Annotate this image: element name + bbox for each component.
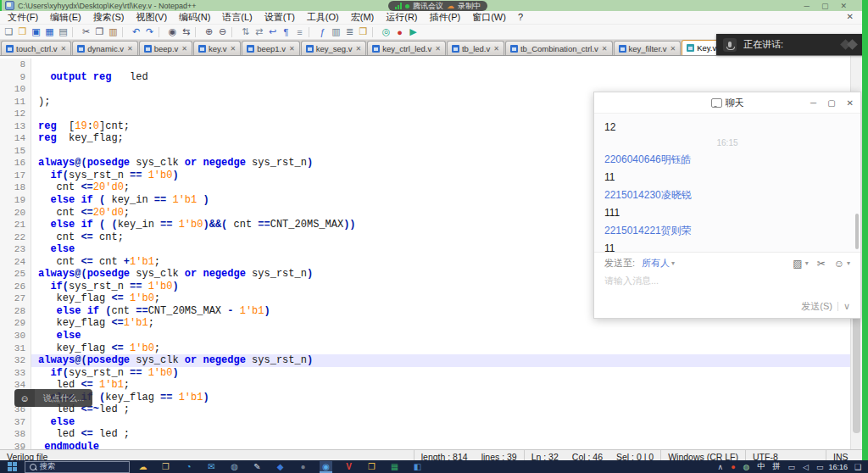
tab-tb_led.v[interactable]: tb_led.v✕ — [447, 41, 504, 55]
shield-app-taskbar-icon[interactable]: ◆ — [274, 461, 287, 473]
vl-app-taskbar-icon[interactable]: V — [342, 461, 355, 473]
copy-icon[interactable]: ❐ — [93, 26, 106, 38]
menu-item-2[interactable]: 搜索(S) — [87, 12, 131, 22]
volume-icon[interactable]: ◁ — [803, 463, 809, 471]
folder-app-taskbar-icon[interactable]: ❒ — [365, 461, 378, 473]
tab-beep.v[interactable]: beep.v✕ — [139, 41, 192, 55]
weather-widget-taskbar-icon[interactable]: ☁ — [136, 461, 149, 473]
play-macro-icon[interactable]: ▶ — [407, 26, 420, 38]
maximize-button[interactable]: ▢ — [821, 2, 829, 10]
taskbar-search[interactable]: 搜索 — [25, 461, 130, 473]
chat-titlebar[interactable]: 聊天 ─ ▢ ✕ — [594, 92, 860, 114]
word-wrap-icon[interactable]: ↩ — [266, 26, 279, 38]
menu-item-7[interactable]: 工具(O) — [301, 12, 345, 22]
mic-icon[interactable]: ◍ — [743, 463, 750, 471]
file-transfer-icon-caret[interactable]: ▾ — [805, 259, 809, 267]
doc-list-icon[interactable]: ≣ — [343, 26, 356, 38]
notification-icon[interactable]: ❑ — [854, 463, 861, 471]
close-button[interactable]: ✕ — [840, 2, 847, 10]
tab-key_filter.v[interactable]: key_filter.v✕ — [614, 41, 682, 55]
menu-item-9[interactable]: 运行(R) — [380, 12, 423, 22]
new-file-icon[interactable]: ❏ — [3, 26, 15, 38]
tab-key.v[interactable]: key.v✕ — [193, 41, 241, 55]
replace-icon[interactable]: ⇆ — [180, 26, 192, 38]
menu-item-11[interactable]: 窗口(W) — [466, 12, 512, 22]
print-icon[interactable]: ▤ — [57, 26, 70, 38]
save-file-icon[interactable]: ▣ — [30, 26, 42, 38]
menu-item-12[interactable]: ? — [512, 12, 529, 22]
send-options-caret-icon[interactable]: ∨ — [843, 301, 850, 312]
folder-workspace-icon[interactable]: ❒ — [357, 26, 370, 38]
sync-vertical-icon[interactable]: ⇅ — [239, 26, 252, 38]
menu-item-5[interactable]: 语言(L) — [216, 12, 258, 22]
close-tab-icon[interactable]: ✕ — [288, 45, 295, 53]
emoji-icon[interactable]: ☺ — [14, 389, 35, 407]
close-tab-icon[interactable]: ✕ — [354, 45, 361, 53]
monitoring-icon[interactable]: ◎ — [380, 26, 392, 38]
taskbar-clock[interactable]: 16:16 — [828, 463, 848, 471]
menu-item-0[interactable]: 文件(F) — [2, 12, 44, 22]
close-tab-icon[interactable]: ✕ — [601, 45, 608, 53]
sphere-app-taskbar-icon[interactable]: ● — [297, 461, 309, 473]
record-macro-icon[interactable]: ● — [393, 26, 406, 38]
tab-beep1.v[interactable]: beep1.v✕ — [242, 41, 300, 55]
chat-message-list[interactable]: 1216:152206040646明钰皓112215014230凌晓锐11122… — [594, 114, 860, 252]
close-tab-icon[interactable]: ✕ — [181, 45, 187, 53]
open-folder-icon[interactable]: ❒ — [16, 26, 29, 38]
mention-icon-caret[interactable]: ▾ — [847, 259, 850, 267]
meeting-status-pill[interactable]: 腾讯会议 ☁ 录制中 — [388, 1, 487, 11]
show-all-chars-icon[interactable]: ¶ — [280, 26, 292, 38]
tab-tb_Combination_ctrl.v[interactable]: tb_Combination_ctrl.v✕ — [505, 41, 613, 55]
chat-maximize-button[interactable]: ▢ — [827, 98, 835, 108]
chevron-up-icon[interactable]: ∧ — [718, 463, 724, 471]
chat-input[interactable]: 请输入消息... — [604, 270, 850, 300]
file-transfer-icon[interactable]: ▨ — [793, 258, 802, 270]
redo-icon[interactable]: ↷ — [143, 26, 156, 38]
save-all-icon[interactable]: ▦ — [43, 26, 56, 38]
close-tab-icon[interactable]: ✕ — [492, 45, 499, 53]
mention-icon[interactable]: ☺ — [834, 258, 844, 270]
menu-item-8[interactable]: 宏(M) — [345, 12, 381, 22]
battery-icon[interactable]: ▭ — [816, 463, 824, 471]
screenshot-icon[interactable]: ✂ — [817, 258, 826, 270]
tab-key_ctrl_led.v[interactable]: key_ctrl_led.v✕ — [367, 41, 446, 55]
tab-dynamic.v[interactable]: dynamic.v✕ — [72, 41, 137, 55]
menu-item-6[interactable]: 设置(T) — [259, 12, 301, 22]
zoom-out-icon[interactable]: ⊖ — [216, 26, 229, 38]
menu-item-10[interactable]: 插件(P) — [424, 12, 467, 22]
meeting-app-taskbar-icon[interactable]: ◉ — [320, 461, 332, 473]
chat-scrollbar-thumb[interactable] — [855, 214, 859, 249]
chat-minimize-button[interactable]: ─ — [810, 98, 816, 108]
status-red-icon[interactable]: ● — [731, 463, 735, 471]
mail-taskbar-icon[interactable]: ✉ — [205, 461, 218, 473]
menu-item-4[interactable]: 编码(N) — [173, 12, 216, 22]
paste-icon[interactable]: ▥ — [107, 26, 120, 38]
close-tab-icon[interactable]: ✕ — [229, 45, 236, 53]
send-to-dropdown[interactable]: 所有人 — [642, 257, 670, 270]
file-explorer-taskbar-icon[interactable]: ❒ — [159, 461, 172, 473]
send-button[interactable]: 发送(S) — [801, 300, 832, 313]
quick-chat-widget[interactable]: ☺ 说点什么... — [14, 389, 92, 407]
ime-language[interactable]: 中 — [757, 461, 765, 472]
menu-item-3[interactable]: 视图(V) — [130, 12, 173, 22]
quick-chat-placeholder[interactable]: 说点什么... — [35, 389, 92, 407]
close-tab-icon[interactable]: ✕ — [669, 45, 676, 53]
close-tab-icon[interactable]: ✕ — [126, 45, 133, 53]
dell-app-taskbar-icon[interactable]: ◍ — [228, 461, 241, 473]
cut-icon[interactable]: ✂ — [80, 26, 92, 38]
start-button[interactable] — [8, 462, 17, 471]
undo-icon[interactable]: ↶ — [130, 26, 142, 38]
find-icon[interactable]: ◉ — [166, 26, 179, 38]
tab-touch_ctrl.v[interactable]: touch_ctrl.v✕ — [1, 41, 71, 55]
zoom-in-icon[interactable]: ⊕ — [203, 26, 215, 38]
function-list-icon[interactable]: ƒ — [316, 26, 329, 38]
now-speaking-panel[interactable]: 正在讲话: — [716, 34, 868, 55]
send-to-caret-icon[interactable]: ▾ — [671, 259, 675, 267]
indent-guide-icon[interactable]: ≡ — [293, 26, 306, 38]
tablet-mode-icon[interactable]: ▭ — [787, 463, 795, 471]
close-tab-icon[interactable]: ✕ — [434, 45, 441, 53]
wps-app-taskbar-icon[interactable]: ◧ — [411, 461, 424, 473]
excel-app-taskbar-icon[interactable]: ▦ — [388, 461, 401, 473]
close-tab-icon[interactable]: ✕ — [60, 45, 67, 53]
doc-map-icon[interactable]: ▥ — [330, 26, 342, 38]
